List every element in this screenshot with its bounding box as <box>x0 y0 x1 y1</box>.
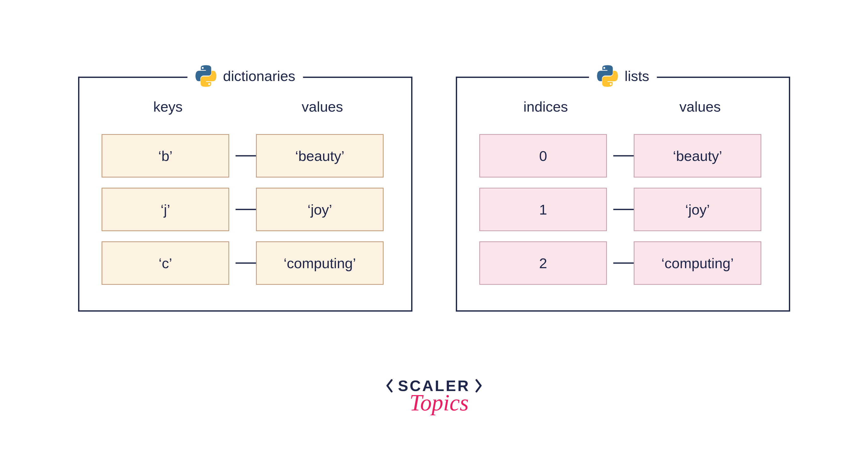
panels-container: dictionaries keys ‘b’ ‘j’ ‘c’ <box>0 0 868 312</box>
svg-point-8 <box>603 67 605 69</box>
key-cell: ‘c’ <box>101 241 229 285</box>
values-column-list: values ‘beauty’ ‘joy’ ‘computing’ <box>634 98 767 310</box>
lists-title: lists <box>624 68 649 84</box>
dictionaries-title: dictionaries <box>223 68 295 84</box>
key-row-0: ‘b’ <box>101 134 234 178</box>
chevron-right-icon <box>475 379 483 393</box>
keys-header: keys <box>153 98 183 115</box>
svg-point-0 <box>202 67 204 69</box>
value-cell: ‘beauty’ <box>256 134 383 178</box>
index-row-2: 2 <box>479 241 612 285</box>
svg-point-9 <box>610 83 612 85</box>
lists-title-group: lists <box>589 65 657 87</box>
lists-panel: lists indices 0 1 2 <box>456 77 790 312</box>
topics-text: Topics <box>410 389 469 416</box>
lists-columns: indices 0 1 2 <box>457 78 789 310</box>
index-cell: 0 <box>479 134 607 178</box>
dictionaries-panel: dictionaries keys ‘b’ ‘j’ ‘c’ <box>78 77 412 312</box>
chevron-left-icon <box>385 379 393 393</box>
value-row-2: ‘computing’ <box>256 241 389 285</box>
value-cell: ‘computing’ <box>256 241 383 285</box>
key-cell: ‘b’ <box>101 134 229 178</box>
values-column-dict: values ‘beauty’ ‘joy’ ‘computing’ <box>256 98 389 310</box>
values-header-list: values <box>679 98 721 115</box>
index-row-1: 1 <box>479 188 612 231</box>
values-header-dict: values <box>302 98 343 115</box>
key-row-2: ‘c’ <box>101 241 234 285</box>
value-cell: ‘joy’ <box>634 188 761 231</box>
key-row-1: ‘j’ <box>101 188 234 231</box>
indices-header: indices <box>523 98 568 115</box>
keys-column: keys ‘b’ ‘j’ ‘c’ <box>101 98 234 310</box>
python-icon <box>596 65 618 87</box>
index-row-0: 0 <box>479 134 612 178</box>
svg-point-1 <box>208 83 210 85</box>
python-icon <box>195 65 217 87</box>
value-row-1: ‘joy’ <box>634 188 767 231</box>
key-cell: ‘j’ <box>101 188 229 231</box>
dictionaries-title-group: dictionaries <box>187 65 303 87</box>
value-cell: ‘beauty’ <box>634 134 761 178</box>
dictionaries-columns: keys ‘b’ ‘j’ ‘c’ <box>80 78 411 310</box>
scaler-logo: SCALER Topics <box>385 377 483 416</box>
value-row-0: ‘beauty’ <box>634 134 767 178</box>
value-row-1: ‘joy’ <box>256 188 389 231</box>
indices-column: indices 0 1 2 <box>479 98 612 310</box>
index-cell: 1 <box>479 188 607 231</box>
value-cell: ‘computing’ <box>634 241 761 285</box>
value-row-0: ‘beauty’ <box>256 134 389 178</box>
value-row-2: ‘computing’ <box>634 241 767 285</box>
value-cell: ‘joy’ <box>256 188 383 231</box>
index-cell: 2 <box>479 241 607 285</box>
